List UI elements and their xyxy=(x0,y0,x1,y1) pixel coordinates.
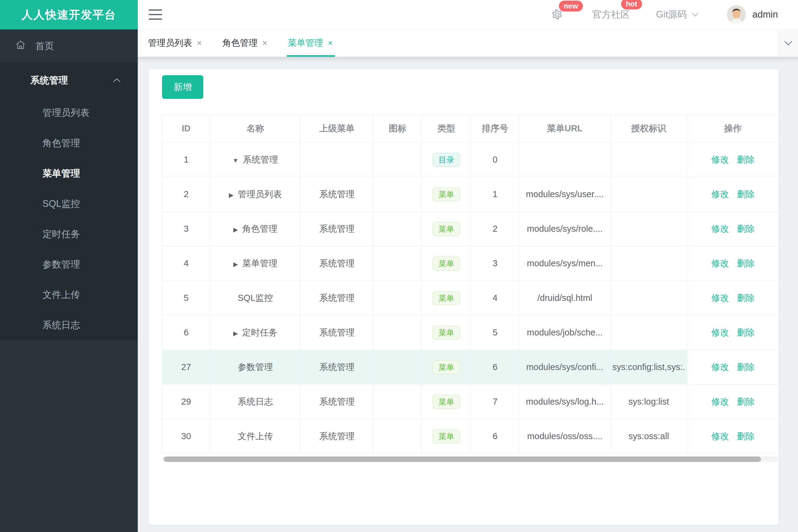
delete-link[interactable]: 删除 xyxy=(737,224,755,233)
horizontal-scrollbar-thumb[interactable] xyxy=(164,456,761,462)
cell-parent-menu xyxy=(301,142,373,177)
avatar[interactable] xyxy=(727,5,746,24)
edit-link[interactable]: 修改 xyxy=(711,259,729,268)
settings-button[interactable]: new xyxy=(551,8,563,21)
tab-close-icon[interactable]: × xyxy=(328,39,333,47)
cell-parent-menu: 系统管理 xyxy=(301,316,373,350)
menu-name-label: SQL监控 xyxy=(238,293,273,303)
cell-type: 菜单 xyxy=(422,212,471,246)
cell-actions: 修改删除 xyxy=(687,281,779,316)
sidebar-submenu: 管理员列表角色管理菜单管理SQL监控定时任务参数管理文件上传系统日志 xyxy=(0,98,138,340)
sidebar-item-管理员列表[interactable]: 管理员列表 xyxy=(0,98,138,128)
table-row: 1▼系统管理目录0修改删除 xyxy=(162,142,779,177)
table-row: 2▶管理员列表系统管理菜单1modules/sys/user....修改删除 xyxy=(162,177,779,212)
cell-id: 1 xyxy=(162,142,210,177)
expand-arrow-icon[interactable]: ▶ xyxy=(233,261,238,267)
cell-type: 目录 xyxy=(422,142,471,177)
home-icon xyxy=(15,39,26,53)
sidebar-item-SQL监控[interactable]: SQL监控 xyxy=(0,189,138,219)
tab-菜单管理[interactable]: 菜单管理× xyxy=(278,30,343,57)
hamburger-menu-icon[interactable] xyxy=(149,10,162,20)
community-link[interactable]: 官方社区 hot xyxy=(592,8,630,21)
tab-管理员列表[interactable]: 管理员列表× xyxy=(138,30,212,57)
delete-link[interactable]: 删除 xyxy=(737,431,755,441)
edit-link[interactable]: 修改 xyxy=(711,362,729,372)
sidebar-item-label: 菜单管理 xyxy=(42,167,80,180)
type-tag: 菜单 xyxy=(433,430,460,443)
topbar-right: new 官方社区 hot Git源码 admin xyxy=(551,5,798,24)
sidebar-item-参数管理[interactable]: 参数管理 xyxy=(0,249,138,280)
tab-dropdown-button[interactable] xyxy=(778,30,798,57)
cell-menu-url: modules/job/sche... xyxy=(519,316,611,350)
tab-close-icon[interactable]: × xyxy=(197,39,202,47)
table-row: 29系统日志系统管理菜单7modules/sys/log.h...sys:log… xyxy=(162,385,779,419)
git-source-link[interactable]: Git源码 xyxy=(656,8,699,21)
type-tag: 菜单 xyxy=(433,256,460,270)
expand-arrow-icon[interactable]: ▶ xyxy=(229,192,233,198)
edit-link[interactable]: 修改 xyxy=(711,431,729,441)
sidebar-item-label: 管理员列表 xyxy=(42,107,90,119)
cell-actions: 修改删除 xyxy=(687,177,779,212)
menu-name-label: 角色管理 xyxy=(242,224,277,233)
delete-link[interactable]: 删除 xyxy=(737,293,755,303)
sidebar-home-label: 首页 xyxy=(35,40,54,53)
add-button[interactable]: 新增 xyxy=(162,75,203,99)
cell-id: 3 xyxy=(162,212,210,246)
sidebar-item-角色管理[interactable]: 角色管理 xyxy=(0,128,138,158)
cell-name: ▶角色管理 xyxy=(210,212,301,246)
edit-link[interactable]: 修改 xyxy=(711,293,729,303)
cell-name: 文件上传 xyxy=(210,419,301,454)
username[interactable]: admin xyxy=(753,9,778,20)
expand-arrow-icon[interactable]: ▼ xyxy=(233,157,239,164)
sidebar-item-home[interactable]: 首页 xyxy=(0,30,138,63)
sidebar-item-菜单管理[interactable]: 菜单管理 xyxy=(0,158,138,189)
cell-permission xyxy=(611,316,687,350)
delete-link[interactable]: 删除 xyxy=(737,327,755,337)
edit-link[interactable]: 修改 xyxy=(711,327,729,337)
cell-menu-url: modules/sys/user.... xyxy=(519,177,611,212)
sidebar-item-label: 定时任务 xyxy=(42,228,80,241)
type-tag: 菜单 xyxy=(433,291,460,305)
edit-link[interactable]: 修改 xyxy=(711,155,729,165)
cell-type: 菜单 xyxy=(422,350,471,385)
expand-arrow-icon[interactable]: ▶ xyxy=(233,330,238,337)
column-header-操作: 操作 xyxy=(687,115,779,142)
cell-icon xyxy=(373,316,422,350)
cell-id: 2 xyxy=(162,177,210,212)
menu-management-card: 新增 ID名称上级菜单图标类型排序号菜单URL授权标识操作 1▼系统管理目录0修… xyxy=(149,69,779,525)
sidebar-group-title[interactable]: 系统管理 xyxy=(0,63,138,98)
expand-arrow-icon[interactable]: ▶ xyxy=(233,226,238,233)
cell-actions: 修改删除 xyxy=(687,142,779,177)
delete-link[interactable]: 删除 xyxy=(737,397,755,406)
edit-link[interactable]: 修改 xyxy=(711,224,729,233)
sidebar-item-系统日志[interactable]: 系统日志 xyxy=(0,310,138,340)
horizontal-scrollbar xyxy=(162,456,779,462)
cell-parent-menu: 系统管理 xyxy=(301,281,373,316)
sidebar-item-文件上传[interactable]: 文件上传 xyxy=(0,280,138,310)
sidebar-item-label: 系统日志 xyxy=(42,319,80,331)
cell-actions: 修改删除 xyxy=(687,212,779,246)
cell-order: 5 xyxy=(471,316,519,350)
edit-link[interactable]: 修改 xyxy=(711,397,729,406)
cell-order: 3 xyxy=(471,246,519,281)
delete-link[interactable]: 删除 xyxy=(737,189,755,199)
cell-type: 菜单 xyxy=(422,246,471,281)
cell-icon xyxy=(373,177,422,212)
delete-link[interactable]: 删除 xyxy=(737,259,755,268)
content-area: 新增 ID名称上级菜单图标类型排序号菜单URL授权标识操作 1▼系统管理目录0修… xyxy=(138,57,798,532)
table-row: 4▶菜单管理系统管理菜单3modules/sys/men...修改删除 xyxy=(162,246,779,281)
tab-角色管理[interactable]: 角色管理× xyxy=(212,30,278,57)
column-header-类型: 类型 xyxy=(422,115,471,142)
cell-order: 7 xyxy=(471,385,519,419)
tab-close-icon[interactable]: × xyxy=(262,39,267,47)
cell-name: ▶定时任务 xyxy=(210,316,301,350)
chevron-up-icon xyxy=(112,77,122,84)
sidebar-item-定时任务[interactable]: 定时任务 xyxy=(0,219,138,249)
cell-order: 6 xyxy=(471,350,519,385)
cell-permission xyxy=(611,212,687,246)
cell-type: 菜单 xyxy=(422,419,471,454)
delete-link[interactable]: 删除 xyxy=(737,362,755,372)
delete-link[interactable]: 删除 xyxy=(737,155,755,165)
hot-badge: hot xyxy=(621,0,642,10)
edit-link[interactable]: 修改 xyxy=(711,189,729,199)
